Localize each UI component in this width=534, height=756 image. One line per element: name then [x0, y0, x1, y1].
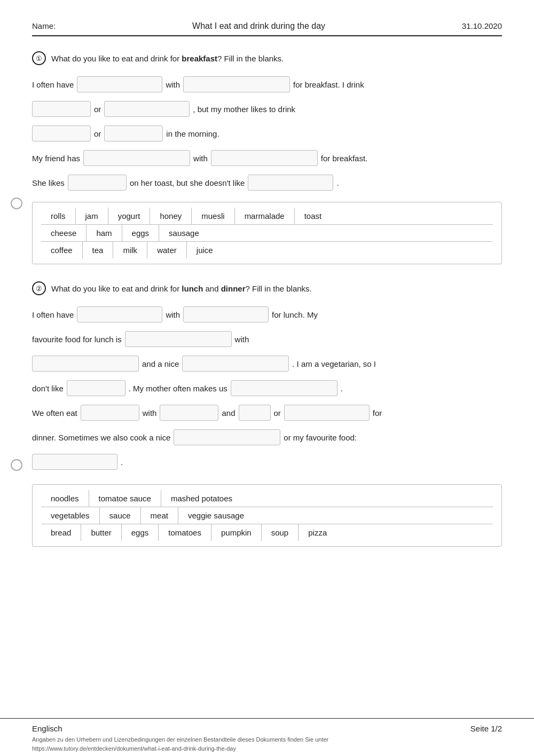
text: with	[166, 310, 180, 319]
text: for breakfast.	[321, 154, 368, 163]
wb-row-2: cheese ham eggs sausage	[41, 225, 493, 242]
section-breakfast: ① What do you like to eat and drink for …	[32, 51, 502, 264]
text: .	[341, 384, 343, 393]
wb-word: yogurt	[108, 208, 151, 224]
radio-2[interactable]	[11, 459, 22, 472]
text: I often have	[32, 80, 74, 89]
wb-word: butter	[81, 524, 121, 541]
document-title: What I eat and drink during the day	[192, 21, 325, 31]
footer-bottom: Angaben zu den Urhebern und Lizenzbeding…	[32, 735, 502, 753]
s2-line7: .	[32, 452, 502, 471]
section2-heading: ② What do you like to eat and drink for …	[32, 281, 502, 295]
wb-word: veggie sausage	[178, 507, 254, 524]
section1-number: ①	[32, 51, 46, 65]
text: .	[336, 178, 339, 187]
text: or my favourite food:	[284, 433, 357, 442]
wb-word: ham	[87, 225, 122, 241]
wb-word: marmalade	[235, 208, 295, 224]
wb-word: noodles	[41, 490, 89, 507]
s1-line1: I often have with for breakfast. I drink	[32, 75, 502, 94]
blank-s1-l3-1[interactable]	[32, 125, 91, 141]
header-date: 31.10.2020	[462, 21, 502, 30]
blank-s2-l4-2[interactable]	[231, 380, 337, 396]
text: dinner. Sometimes we also cook a nice	[32, 433, 170, 442]
blank-s2-l5-2[interactable]	[160, 405, 218, 421]
wb-word: eggs	[122, 524, 159, 541]
wb-word: sauce	[100, 507, 141, 524]
text: and	[222, 408, 235, 418]
footer-top: Englisch Seite 1/2	[32, 724, 502, 733]
wb-word: toast	[295, 208, 332, 224]
text: . I am a vegetarian, so I	[292, 359, 376, 368]
s1-line4: My friend has with for breakfast.	[32, 148, 502, 168]
blank-s2-l4-1[interactable]	[67, 380, 125, 396]
s2-line1: I often have with for lunch. My	[32, 305, 502, 324]
wb-word: eggs	[122, 225, 160, 241]
text: , but my mother likes to drink	[193, 105, 295, 114]
text: for	[373, 408, 382, 418]
blank-s1-l4-2[interactable]	[211, 150, 318, 166]
text: I often have	[32, 310, 74, 319]
s2-line3: and a nice . I am a vegetarian, so I	[32, 354, 502, 373]
wb-word: water	[147, 242, 187, 258]
text: She likes	[32, 178, 65, 187]
page: Name: What I eat and drink during the da…	[0, 0, 534, 756]
s1-line3: or in the morning.	[32, 124, 502, 143]
footer-copyright2: https://www.tutory.de/entdecken/dokument…	[32, 745, 236, 752]
text: don't like	[32, 384, 64, 393]
wb-word: milk	[113, 242, 147, 258]
blank-s1-l2-1[interactable]	[32, 101, 91, 117]
blank-s2-l6-1[interactable]	[174, 429, 280, 445]
text: in the morning.	[166, 129, 219, 138]
text: with	[193, 154, 208, 163]
section-lunch-dinner: ② What do you like to eat and drink for …	[32, 281, 502, 547]
wb-word: sausage	[159, 225, 209, 241]
blank-s1-l5-2[interactable]	[248, 175, 333, 191]
section2-number: ②	[32, 281, 46, 295]
text: for lunch. My	[272, 310, 318, 319]
wb-word: muesli	[192, 208, 234, 224]
footer: Englisch Seite 1/2 Angaben zu den Urhebe…	[0, 718, 534, 756]
text: favourite food for lunch is	[32, 335, 122, 344]
footer-subject: Englisch	[32, 724, 62, 733]
blank-s2-l1-2[interactable]	[183, 306, 269, 322]
text: on her toast, but she doesn't like	[130, 178, 245, 187]
blank-s2-l3-2[interactable]	[182, 356, 289, 372]
wb2-row-1: noodles tomatoe sauce mashed potatoes	[41, 490, 493, 507]
footer-copyright1: Angaben zu den Urhebern und Lizenzbeding…	[32, 736, 328, 743]
blank-s1-l5-1[interactable]	[68, 175, 127, 191]
wb-word: cheese	[41, 225, 87, 241]
text: or	[274, 408, 281, 418]
blank-s2-l7-1[interactable]	[32, 454, 117, 470]
wb-word: rolls	[41, 208, 76, 224]
radio-1[interactable]	[11, 198, 22, 211]
blank-s1-l3-2[interactable]	[104, 125, 163, 141]
s2-line5: We often eat with and or for	[32, 403, 502, 422]
wb-word: honey	[150, 208, 192, 224]
text: We often eat	[32, 408, 77, 418]
name-label: Name:	[32, 21, 56, 30]
wb-word: juice	[187, 242, 223, 258]
wb2-row-3: bread butter eggs tomatoes pumpkin soup …	[41, 524, 493, 541]
blank-s2-l5-3[interactable]	[239, 405, 271, 421]
text: with	[166, 80, 180, 89]
section1-heading: ① What do you like to eat and drink for …	[32, 51, 502, 65]
wb-word: pizza	[299, 524, 336, 541]
blank-s1-l4-1[interactable]	[83, 150, 190, 166]
text: My friend has	[32, 154, 80, 163]
blank-s2-l2-1[interactable]	[125, 331, 232, 347]
word-bank-1: rolls jam yogurt honey muesli marmalade …	[32, 202, 502, 264]
wb-word: tea	[83, 242, 114, 258]
blank-s1-l1-1[interactable]	[77, 76, 162, 92]
s2-line4: don't like . My mother often makes us .	[32, 379, 502, 398]
text: and a nice	[142, 359, 179, 368]
blank-s2-l3-1[interactable]	[32, 356, 139, 372]
blank-s2-l5-4[interactable]	[284, 405, 370, 421]
blank-s1-l1-2[interactable]	[183, 76, 290, 92]
blank-s2-l1-1[interactable]	[77, 306, 162, 322]
header: Name: What I eat and drink during the da…	[32, 21, 502, 36]
section1-heading-text: What do you like to eat and drink for br…	[51, 54, 284, 63]
blank-s2-l5-1[interactable]	[81, 405, 139, 421]
section2-heading-text: What do you like to eat and drink for lu…	[51, 284, 312, 293]
blank-s1-l2-2[interactable]	[104, 101, 190, 117]
